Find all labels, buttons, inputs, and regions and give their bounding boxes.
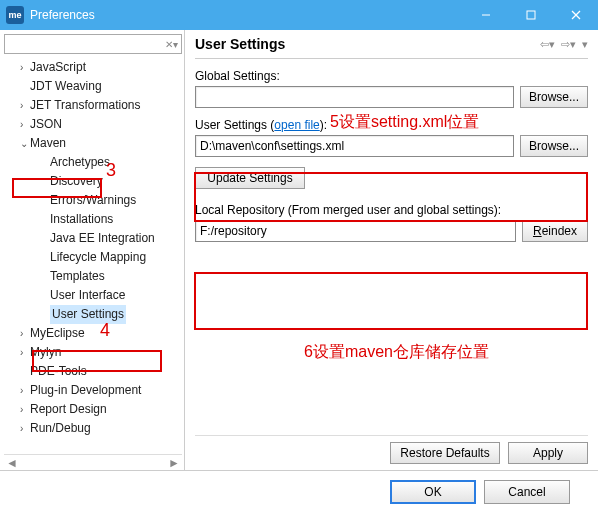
maximize-icon xyxy=(526,10,536,20)
cancel-button[interactable]: Cancel xyxy=(484,480,570,504)
dialog-footer: OK Cancel xyxy=(0,470,598,512)
clear-filter-icon[interactable]: ✕▾ xyxy=(165,39,178,50)
scroll-right-icon[interactable]: ► xyxy=(168,456,180,470)
ok-button[interactable]: OK xyxy=(390,480,476,504)
filter-input[interactable]: ✕▾ xyxy=(4,34,182,54)
tree-item-label: User Settings xyxy=(50,305,126,324)
tree-item-java-ee-integration[interactable]: Java EE Integration xyxy=(6,229,182,248)
tree-item-maven[interactable]: ⌄Maven xyxy=(6,134,182,153)
nav-forward-button[interactable]: ⇨▾ xyxy=(561,38,576,51)
close-button[interactable] xyxy=(553,0,598,30)
restore-defaults-button[interactable]: Restore Defaults xyxy=(390,442,500,464)
tree-item-label: JSON xyxy=(30,115,62,134)
user-settings-label: User Settings (open file): xyxy=(195,118,588,132)
chevron-right-icon: › xyxy=(20,96,30,115)
app-icon: me xyxy=(6,6,24,24)
svg-rect-1 xyxy=(527,11,535,19)
tree-item-mylyn[interactable]: ›Mylyn xyxy=(6,343,182,362)
tree-item-report-design[interactable]: ›Report Design xyxy=(6,400,182,419)
tree-item-label: Run/Debug xyxy=(30,419,91,438)
tree-item-myeclipse[interactable]: ›MyEclipse xyxy=(6,324,182,343)
tree-item-javascript[interactable]: ›JavaScript xyxy=(6,58,182,77)
window-title: Preferences xyxy=(30,8,463,22)
global-settings-input[interactable] xyxy=(195,86,514,108)
chevron-down-icon: ⌄ xyxy=(20,134,30,153)
tree-item-label: MyEclipse xyxy=(30,324,85,343)
tree-item-label: Archetypes xyxy=(50,153,110,172)
browse-global-button[interactable]: Browse... xyxy=(520,86,588,108)
tree-item-plug-in-development[interactable]: ›Plug-in Development xyxy=(6,381,182,400)
open-file-link[interactable]: open file xyxy=(274,118,319,132)
page-title: User Settings xyxy=(195,36,540,52)
tree-item-label: Lifecycle Mapping xyxy=(50,248,146,267)
chevron-right-icon: › xyxy=(20,115,30,134)
tree-item-label: Report Design xyxy=(30,400,107,419)
page-nav: ⇦▾ ⇨▾ ▾ xyxy=(540,38,588,51)
tree-item-errors-warnings[interactable]: Errors/Warnings xyxy=(6,191,182,210)
minimize-button[interactable] xyxy=(463,0,508,30)
preferences-tree[interactable]: ›JavaScriptJDT Weaving›JET Transformatio… xyxy=(4,58,182,454)
tree-item-templates[interactable]: Templates xyxy=(6,267,182,286)
nav-menu-button[interactable]: ▾ xyxy=(582,38,588,51)
chevron-right-icon: › xyxy=(20,419,30,438)
tree-item-label: JDT Weaving xyxy=(30,77,102,96)
close-icon xyxy=(571,10,581,20)
local-repository-label: Local Repository (From merged user and g… xyxy=(195,203,588,217)
maximize-button[interactable] xyxy=(508,0,553,30)
nav-back-button[interactable]: ⇦▾ xyxy=(540,38,555,51)
chevron-right-icon: › xyxy=(20,400,30,419)
user-settings-input[interactable] xyxy=(195,135,514,157)
tree-item-label: User Interface xyxy=(50,286,125,305)
tree-item-label: Discovery xyxy=(50,172,103,191)
chevron-right-icon: › xyxy=(20,324,30,343)
tree-item-label: Java EE Integration xyxy=(50,229,155,248)
tree-item-jet-transformations[interactable]: ›JET Transformations xyxy=(6,96,182,115)
minimize-icon xyxy=(481,10,491,20)
tree-item-label: Errors/Warnings xyxy=(50,191,136,210)
chevron-right-icon: › xyxy=(20,381,30,400)
tree-item-installations[interactable]: Installations xyxy=(6,210,182,229)
tree-item-label: Plug-in Development xyxy=(30,381,141,400)
tree-item-json[interactable]: ›JSON xyxy=(6,115,182,134)
tree-item-user-interface[interactable]: User Interface xyxy=(6,286,182,305)
tree-item-user-settings[interactable]: User Settings xyxy=(6,305,182,324)
tree-item-label: PDE-Tools xyxy=(30,362,87,381)
tree-item-label: Installations xyxy=(50,210,113,229)
tree-item-jdt-weaving[interactable]: JDT Weaving xyxy=(6,77,182,96)
tree-item-pde-tools[interactable]: PDE-Tools xyxy=(6,362,182,381)
tree-item-lifecycle-mapping[interactable]: Lifecycle Mapping xyxy=(6,248,182,267)
update-settings-button[interactable]: Update Settings xyxy=(195,167,305,189)
tree-item-archetypes[interactable]: Archetypes xyxy=(6,153,182,172)
tree-item-discovery[interactable]: Discovery xyxy=(6,172,182,191)
user-settings-label-suffix: ): xyxy=(320,118,327,132)
apply-button[interactable]: Apply xyxy=(508,442,588,464)
tree-item-run-debug[interactable]: ›Run/Debug xyxy=(6,419,182,438)
chevron-right-icon: › xyxy=(20,343,30,362)
user-settings-label-prefix: User Settings ( xyxy=(195,118,274,132)
tree-item-label: Mylyn xyxy=(30,343,61,362)
sidebar: ✕▾ ›JavaScriptJDT Weaving›JET Transforma… xyxy=(0,30,185,470)
global-settings-label: Global Settings: xyxy=(195,69,588,83)
chevron-right-icon: › xyxy=(20,58,30,77)
browse-user-button[interactable]: Browse... xyxy=(520,135,588,157)
tree-item-label: Maven xyxy=(30,134,66,153)
main-panel: User Settings ⇦▾ ⇨▾ ▾ Global Settings: B… xyxy=(185,30,598,470)
tree-item-label: JavaScript xyxy=(30,58,86,77)
scroll-left-icon[interactable]: ◄ xyxy=(6,456,18,470)
tree-item-label: Templates xyxy=(50,267,105,286)
reindex-button[interactable]: Reindex xyxy=(522,220,588,242)
tree-item-label: JET Transformations xyxy=(30,96,140,115)
local-repository-input[interactable] xyxy=(195,220,516,242)
horizontal-scrollbar[interactable]: ◄ ► xyxy=(4,454,182,470)
window-titlebar: me Preferences xyxy=(0,0,598,30)
